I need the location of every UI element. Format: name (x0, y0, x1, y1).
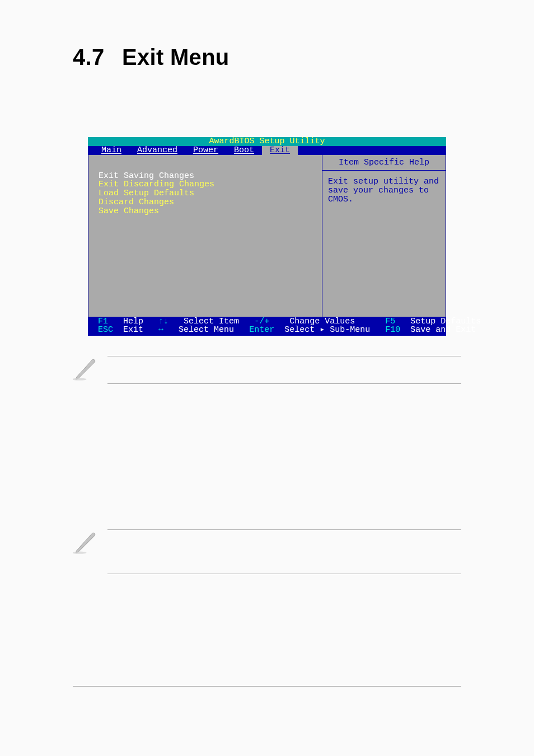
menu-discard-changes[interactable]: Discard Changes (99, 198, 315, 207)
svg-point-0 (73, 378, 86, 381)
note-1-text (107, 356, 461, 384)
pen-icon (73, 529, 99, 557)
footer-key-f5: F5 (385, 317, 395, 326)
tab-exit[interactable]: Exit (262, 146, 298, 155)
footer-label-save-exit: Save and Exit (410, 325, 476, 335)
footer-label-change-values: Change Values (289, 317, 355, 326)
svg-point-1 (73, 552, 86, 554)
bios-footer: F1 Help ↑↓ Select Item -/+ Change Values… (88, 317, 446, 336)
menu-save-changes[interactable]: Save Changes (99, 207, 315, 216)
footer-key-plusminus: -/+ (254, 317, 269, 326)
bios-help-pane: Item Specific Help Exit setup utility an… (322, 155, 446, 317)
note-2-text (107, 529, 461, 574)
footer-label-exit: Exit (123, 325, 143, 335)
tab-power[interactable]: Power (185, 146, 226, 155)
footer-label-select-menu: Select Menu (179, 325, 234, 335)
bios-body: Exit Saving Changes Exit Discarding Chan… (88, 155, 446, 317)
bottom-rule (73, 686, 461, 687)
tab-advanced[interactable]: Advanced (129, 146, 185, 155)
footer-label-select-item: Select Item (184, 317, 239, 326)
help-title: Item Specific Help (328, 158, 440, 167)
note-2 (73, 529, 461, 574)
menu-exit-discarding-changes[interactable]: Exit Discarding Changes (99, 180, 315, 189)
menu-load-setup-defaults[interactable]: Load Setup Defaults (99, 189, 315, 198)
note-1 (73, 356, 461, 384)
bios-menu-list: Exit Saving Changes Exit Discarding Chan… (88, 155, 322, 317)
help-text: Exit setup utility and save your changes… (328, 177, 440, 204)
footer-label-help: Help (123, 317, 143, 326)
footer-key-f10: F10 (385, 325, 400, 335)
footer-key-updown: ↑↓ (158, 317, 168, 326)
menu-exit-saving-changes[interactable]: Exit Saving Changes (99, 172, 315, 181)
bios-title: AwardBIOS Setup Utility (88, 137, 446, 146)
bios-screenshot: AwardBIOS Setup Utility Main Advanced Po… (88, 137, 446, 336)
footer-key-esc: ESC (98, 325, 113, 335)
footer-key-f1: F1 (98, 317, 108, 326)
section-number: 4.7 (73, 45, 122, 70)
bios-menubar: Main Advanced Power Boot Exit (88, 146, 446, 155)
footer-key-leftright: ↔ (158, 325, 163, 335)
tab-main[interactable]: Main (91, 146, 129, 155)
tab-boot[interactable]: Boot (226, 146, 262, 155)
footer-label-select-submenu: Select ▸ Sub-Menu (284, 325, 370, 335)
pen-icon (73, 356, 99, 384)
section-title: Exit Menu (122, 45, 229, 69)
footer-label-setup-defaults: Setup Defaults (410, 317, 481, 326)
footer-row-1: F1 Help ↑↓ Select Item -/+ Change Values… (98, 317, 443, 326)
help-divider (322, 170, 446, 171)
footer-key-enter: Enter (249, 325, 274, 335)
footer-row-2: ESC Exit ↔ Select Menu Enter Select ▸ Su… (98, 326, 443, 335)
page-title: 4.7Exit Menu (73, 45, 461, 70)
